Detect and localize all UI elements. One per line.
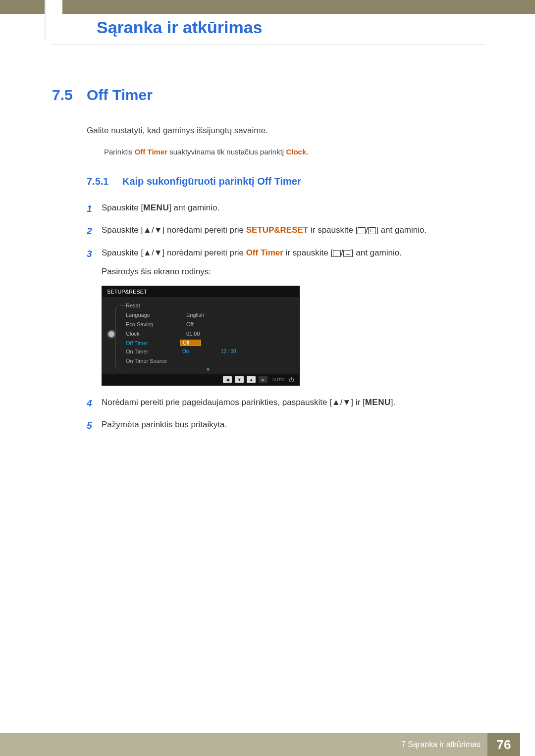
osd-label: Clock xyxy=(126,331,180,337)
step-4: 4 Norėdami pereiti prie pageidaujamos pa… xyxy=(87,396,485,411)
osd-label: On Timer xyxy=(126,349,180,354)
step-2: 2 Spauskite [▲/▼] norėdami pereiti prie … xyxy=(87,223,485,239)
osd-row-clock: Clock:01:00 xyxy=(122,329,294,339)
step-text: Spauskite [▲/▼] norėdami pereiti prie Of… xyxy=(102,246,485,279)
osd-label: Off Timer xyxy=(126,340,180,346)
menu-label: MENU xyxy=(143,203,169,212)
section-title: Off Timer xyxy=(87,87,153,103)
step-number: 1 xyxy=(87,201,102,216)
osd-label: On Timer Source xyxy=(126,358,180,364)
step-text: Pažymėta parinktis bus pritaikyta. xyxy=(102,418,485,433)
osd-value: English xyxy=(186,312,204,318)
osd-footer: ◀ ▼ ▲ ▶ AUTO ⏻ xyxy=(102,374,299,385)
osd-row-reset: Reset xyxy=(122,301,294,310)
footer-lead xyxy=(0,733,52,756)
section-heading: 7.5 Off Timer xyxy=(52,87,485,103)
note-pre: Parinktis xyxy=(104,148,135,156)
note-mid: suaktyvinama tik nustačius parinktį xyxy=(167,148,286,156)
osd-sub-off-row: Off xyxy=(180,339,294,347)
footer-pad xyxy=(520,733,535,756)
step-text: Spauskite [MENU] ant gaminio. xyxy=(102,201,485,216)
osd-sub-off: Off xyxy=(180,340,201,346)
source-icon xyxy=(358,227,366,234)
osd-body: Reset Language:English Eco Saving:Off Cl… xyxy=(102,297,299,374)
s2-post: ] ant gaminio. xyxy=(376,225,427,235)
osd-colon: : xyxy=(180,331,186,337)
source-icon xyxy=(333,250,341,257)
osd-list: Reset Language:English Eco Saving:Off Cl… xyxy=(122,301,299,372)
note-text: Parinktis Off Timer suaktyvinama tik nus… xyxy=(104,148,485,156)
section-number: 7.5 xyxy=(52,87,87,103)
s3-mid: ir spauskite [ xyxy=(283,248,333,257)
header-divider xyxy=(52,45,485,45)
s3-after: Pasirodys šis ekrano rodinys: xyxy=(102,265,485,279)
osd-label: Language xyxy=(126,312,180,318)
step-text: Spauskite [▲/▼] norėdami pereiti prie SE… xyxy=(102,223,485,239)
osd-nav-right-icon: ▶ xyxy=(259,376,268,383)
osd-label: Reset xyxy=(126,302,180,308)
page-content: 7.5 Off Timer Galite nustatyti, kad gami… xyxy=(52,87,485,440)
footer-chapter: 7 Sąranka ir atkūrimas xyxy=(52,733,487,756)
note-highlight-2: Clock xyxy=(286,148,306,156)
osd-row-ontimer: On Timer xyxy=(122,347,294,356)
step-text: Norėdami pereiti prie pageidaujamos pari… xyxy=(102,396,485,411)
osd-row-language: Language:English xyxy=(122,310,294,320)
step-1: 1 Spauskite [MENU] ant gaminio. xyxy=(87,201,485,216)
enter-icon xyxy=(343,250,351,257)
osd-title: SETUP&RESET xyxy=(102,286,299,297)
off-timer-highlight: Off Timer xyxy=(246,248,283,257)
subsection-title: Kaip sukonfigūruoti parinktį Off Timer xyxy=(122,176,301,187)
osd-colon: : xyxy=(180,321,186,327)
step-number: 5 xyxy=(87,418,102,433)
osd-value: Off xyxy=(186,321,193,327)
subsection-number: 7.5.1 xyxy=(87,176,122,187)
enter-icon xyxy=(368,227,376,234)
osd-knob-icon xyxy=(107,330,116,339)
osd-left-decor xyxy=(102,301,122,372)
s4-pre: Norėdami pereiti prie pageidaujamos pari… xyxy=(102,398,365,407)
osd-auto-label: AUTO xyxy=(272,377,284,382)
osd-more-icon: ▼ xyxy=(122,367,294,372)
s2-pre: Spauskite [▲/▼] norėdami pereiti prie xyxy=(102,225,246,235)
s3-post: ] ant gaminio. xyxy=(351,248,402,257)
osd-power-icon: ⏻ xyxy=(289,377,294,383)
s1-pre: Spauskite [ xyxy=(102,203,143,212)
intro-text: Galite nustatyti, kad gaminys išsijungtų… xyxy=(87,126,485,136)
note-post: . xyxy=(306,148,308,156)
osd-nav-down-icon: ▼ xyxy=(235,376,244,383)
osd-sub-on: On xyxy=(180,349,201,354)
step-number: 2 xyxy=(87,223,102,239)
s4-post: ]. xyxy=(391,398,395,407)
osd-sub-time: 12 : 00 xyxy=(221,349,236,354)
osd-row-ontimersource: On Timer Source xyxy=(122,356,294,366)
osd-nav-left-icon: ◀ xyxy=(223,376,232,383)
page-footer: 7 Sąranka ir atkūrimas 76 xyxy=(0,733,535,756)
top-accent-bar xyxy=(0,0,535,14)
osd-label: Eco Saving xyxy=(126,321,180,327)
osd-screenshot: SETUP&RESET Reset Language:English Eco S… xyxy=(102,286,485,386)
menu-label: MENU xyxy=(365,398,391,407)
osd-colon: : xyxy=(180,312,186,318)
osd-nav-up-icon: ▲ xyxy=(247,376,256,383)
osd-row-eco: Eco Saving:Off xyxy=(122,320,294,329)
footer-page-number: 76 xyxy=(487,733,520,756)
chapter-title: Sąranka ir atkūrimas xyxy=(97,18,263,37)
s1-post: ] ant gaminio. xyxy=(169,203,219,212)
s3-pre: Spauskite [▲/▼] norėdami pereiti prie xyxy=(102,248,246,257)
step-3: 3 Spauskite [▲/▼] norėdami pereiti prie … xyxy=(87,246,485,279)
setup-reset-highlight: SETUP&RESET xyxy=(246,225,309,235)
osd-curve xyxy=(115,305,125,370)
step-number: 4 xyxy=(87,396,102,411)
step-5: 5 Pažymėta parinktis bus pritaikyta. xyxy=(87,418,485,433)
side-tab xyxy=(45,0,62,39)
step-number: 3 xyxy=(87,246,102,279)
s2-mid: ir spauskite [ xyxy=(308,225,358,235)
subsection-heading: 7.5.1 Kaip sukonfigūruoti parinktį Off T… xyxy=(87,176,485,187)
note-highlight-1: Off Timer xyxy=(135,148,167,156)
osd-value: 01:00 xyxy=(186,331,200,337)
osd-panel: SETUP&RESET Reset Language:English Eco S… xyxy=(102,286,300,386)
